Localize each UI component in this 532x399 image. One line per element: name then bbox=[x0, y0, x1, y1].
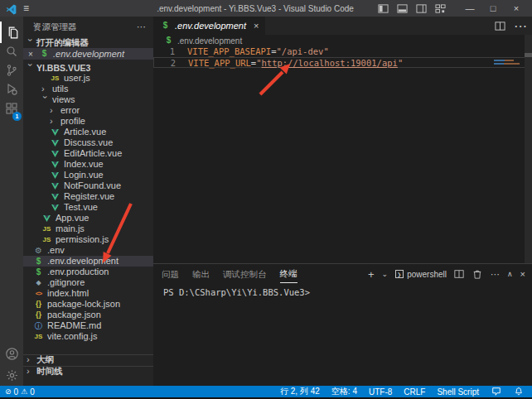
breadcrumb[interactable]: $ .env.development bbox=[153, 35, 532, 46]
status-indentation[interactable]: 空格: 4 bbox=[331, 386, 357, 397]
tree-item-notfound-vue[interactable]: NotFound.vue bbox=[23, 180, 153, 191]
tree-item-readme-md[interactable]: ⓘREADME.md bbox=[23, 320, 153, 331]
tree-item-main-js[interactable]: JSmain.js bbox=[23, 224, 153, 234]
chevron-right-icon: › bbox=[50, 105, 57, 115]
notifications-bell-icon[interactable] bbox=[513, 387, 524, 397]
kill-terminal-icon[interactable] bbox=[472, 269, 483, 280]
tab-env-development[interactable]: $ .env.development × bbox=[153, 17, 265, 35]
timeline-section[interactable]: › 时间线 bbox=[23, 366, 153, 377]
tree-item-login-vue[interactable]: Login.vue bbox=[23, 170, 153, 180]
tree-item-env[interactable]: ⚙.env bbox=[23, 245, 153, 256]
timeline-label: 时间线 bbox=[36, 366, 63, 377]
panel-tab-调试控制台[interactable]: 调试控制台 bbox=[223, 266, 267, 283]
shell-file-icon: $ bbox=[33, 268, 44, 276]
js-file-icon: JS bbox=[41, 237, 52, 243]
open-editors-section[interactable]: › 打开的编辑器 bbox=[23, 37, 153, 48]
terminal-dropdown-icon[interactable]: ⌄ bbox=[382, 270, 389, 278]
bottom-panel: 问题输出调试控制台终端 + ⌄ ❯ powershell ⋯ ∧ × PS D:… bbox=[153, 263, 532, 386]
js-file-icon: JS bbox=[50, 75, 60, 82]
file-name: package-lock.json bbox=[47, 299, 120, 310]
tree-item-vite-config-js[interactable]: JSvite.config.js bbox=[23, 331, 153, 342]
maximize-button[interactable]: □ bbox=[487, 4, 499, 13]
json-file-icon: {} bbox=[33, 311, 44, 319]
file-name: README.md bbox=[47, 320, 101, 331]
tree-item-editarticle-vue[interactable]: EditArticle.vue bbox=[23, 148, 153, 159]
status-line-col[interactable]: 行 2, 列 42 bbox=[280, 386, 320, 397]
vue-file-icon bbox=[50, 140, 60, 147]
toggle-panel-icon[interactable] bbox=[397, 3, 408, 14]
extensions-icon[interactable]: 1 bbox=[0, 98, 23, 119]
file-name: .env bbox=[47, 245, 65, 256]
tree-item-test-vue[interactable]: Test.vue bbox=[23, 202, 153, 213]
minimize-button[interactable]: — bbox=[464, 4, 476, 13]
close-editor-icon[interactable]: × bbox=[28, 50, 36, 59]
code-token-link[interactable]: http://localhost:19001/api bbox=[262, 58, 398, 67]
status-language[interactable]: Shell Script bbox=[437, 387, 479, 397]
tree-item-app-vue[interactable]: App.vue bbox=[23, 213, 153, 224]
terminal-icon: ❯ bbox=[395, 270, 404, 278]
tree-item-index-vue[interactable]: Index.vue bbox=[23, 159, 153, 170]
file-name: Index.vue bbox=[64, 159, 104, 170]
menu-icon[interactable]: ≡ bbox=[23, 3, 29, 13]
editor-group: $ .env.development × ⋯ $ .env.developmen… bbox=[153, 17, 532, 263]
tree-item-env-production[interactable]: $.env.production bbox=[23, 267, 153, 277]
minimap[interactable] bbox=[492, 58, 522, 76]
tree-item-error[interactable]: ›error bbox=[23, 105, 153, 116]
panel-more-actions-icon[interactable]: ⋯ bbox=[491, 269, 500, 280]
tree-item-env-development[interactable]: $.env.development bbox=[23, 256, 153, 267]
close-panel-icon[interactable]: × bbox=[520, 269, 525, 279]
editor-more-actions-icon[interactable]: ⋯ bbox=[514, 18, 527, 34]
open-editor-filename: .env.development bbox=[53, 49, 124, 60]
tree-item-user-js[interactable]: JSuser.js bbox=[23, 73, 153, 84]
panel-tab-终端[interactable]: 终端 bbox=[280, 265, 297, 283]
toggle-secondary-sidebar-icon[interactable] bbox=[416, 3, 427, 14]
new-terminal-icon[interactable]: + bbox=[368, 268, 375, 281]
minimap-line bbox=[494, 60, 514, 61]
json-file-icon: {} bbox=[33, 300, 44, 308]
close-window-button[interactable]: × bbox=[510, 4, 522, 13]
code-line-1[interactable]: 1VITE_APP_BASEAPI="/api-dev" bbox=[153, 46, 532, 57]
maximize-panel-icon[interactable]: ∧ bbox=[507, 270, 513, 278]
settings-gear-icon[interactable] bbox=[0, 364, 23, 386]
tree-item-views[interactable]: ›views bbox=[23, 94, 153, 105]
code-line-2[interactable]: 2VITE_APP_URL="http://localhost:19001/ap… bbox=[153, 57, 532, 68]
split-terminal-icon[interactable] bbox=[454, 269, 465, 280]
tab-label: .env.development bbox=[175, 21, 246, 31]
chevron-down-icon: › bbox=[26, 38, 36, 46]
panel-tab-问题[interactable]: 问题 bbox=[162, 266, 179, 283]
account-icon[interactable] bbox=[0, 343, 23, 364]
code-lines: 1VITE_APP_BASEAPI="/api-dev"2VITE_APP_UR… bbox=[153, 46, 532, 68]
sidebar-more-actions-icon[interactable]: ⋯ bbox=[137, 22, 147, 32]
customize-layout-icon[interactable] bbox=[435, 3, 446, 14]
info-file-icon: ⓘ bbox=[33, 322, 44, 330]
tree-item-permission-js[interactable]: JSpermission.js bbox=[23, 234, 153, 245]
shell-file-icon: $ bbox=[33, 257, 44, 266]
open-editor-item[interactable]: × $ .env.development bbox=[23, 48, 153, 60]
tree-item-utils[interactable]: ›utils bbox=[23, 84, 153, 94]
tree-item-index-html[interactable]: <>index.html bbox=[23, 288, 153, 299]
terminal-output[interactable]: PS D:\CSharp\Yi\Yi.BBS.Vue3> bbox=[163, 287, 525, 382]
editor-scrollbar[interactable] bbox=[525, 35, 532, 263]
toggle-sidebar-icon[interactable] bbox=[378, 3, 389, 14]
close-tab-icon[interactable]: × bbox=[254, 21, 259, 31]
problems-indicator[interactable]: ⊘ 0 ⚠ 0 bbox=[5, 387, 35, 397]
tree-item-package-json[interactable]: {}package.json bbox=[23, 310, 153, 320]
tree-item-gitignore[interactable]: ◆.gitignore bbox=[23, 277, 153, 288]
tree-item-profile[interactable]: ›profile bbox=[23, 116, 153, 127]
feedback-icon[interactable] bbox=[491, 387, 501, 397]
outline-section[interactable]: › 大纲 bbox=[23, 354, 153, 365]
panel-tab-输出[interactable]: 输出 bbox=[192, 266, 210, 283]
status-encoding[interactable]: UTF-8 bbox=[369, 387, 392, 397]
code-editor[interactable]: 1VITE_APP_BASEAPI="/api-dev"2VITE_APP_UR… bbox=[153, 46, 532, 263]
tree-item-register-vue[interactable]: Register.vue bbox=[23, 191, 153, 202]
status-eol[interactable]: CRLF bbox=[404, 387, 425, 397]
terminal-shell-chip[interactable]: ❯ powershell bbox=[395, 270, 447, 279]
scrollbar-decoration bbox=[525, 53, 532, 57]
project-section[interactable]: › YI.BBS.VUE3 bbox=[23, 62, 153, 73]
tree-item-package-lock-json[interactable]: {}package-lock.json bbox=[23, 299, 153, 310]
tree-item-article-vue[interactable]: Article.vue bbox=[23, 127, 153, 137]
chevron-right-icon: › bbox=[27, 366, 34, 376]
tree-item-discuss-vue[interactable]: Discuss.vue bbox=[23, 137, 153, 148]
file-name: Register.vue bbox=[64, 191, 114, 202]
split-editor-icon[interactable] bbox=[495, 21, 505, 31]
